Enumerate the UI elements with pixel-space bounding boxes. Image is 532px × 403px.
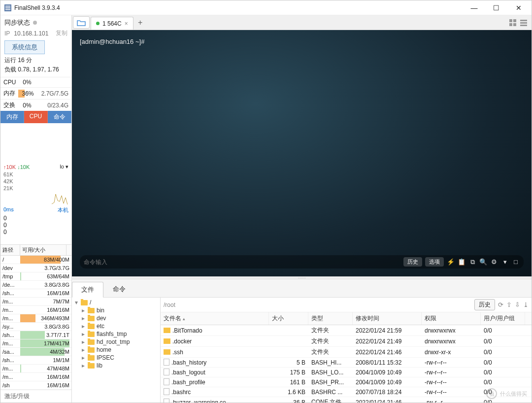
- disk-row[interactable]: /m... 16M/16M: [0, 373, 71, 381]
- net-chart-ticks: 61K42K21K: [0, 171, 71, 192]
- copy-icon[interactable]: ⧉: [468, 258, 476, 266]
- path-input[interactable]: [164, 302, 471, 308]
- file-row[interactable]: .ssh 文件夹 2022/01/24 21:46 drwxr-xr-x 0/0: [161, 347, 532, 358]
- disk-row[interactable]: /sa... 4M/32M: [0, 348, 71, 356]
- cpu-stat-row: CPU 0%: [0, 77, 71, 87]
- net-interface-select[interactable]: lo ▾: [60, 164, 68, 170]
- tree-node[interactable]: ▸home: [72, 346, 160, 354]
- disk-row[interactable]: / 83M/400M: [0, 256, 71, 264]
- mode-tab-command[interactable]: 命令: [48, 111, 71, 123]
- file-row[interactable]: .bashrc 1.6 KB BASHRC ... 2007/07/18 18:…: [161, 387, 532, 397]
- load-label: 负载 0.78, 1.97, 1.76: [4, 65, 67, 74]
- download-icon[interactable]: ⇩: [515, 301, 520, 308]
- disk-table: / 83M/400M /dev 3.7G/3.7G /tmp 63M/64M /…: [0, 256, 71, 390]
- col-type[interactable]: 类型: [308, 312, 353, 325]
- svg-rect-7: [513, 23, 516, 26]
- tree-node-root[interactable]: ▾ /: [72, 299, 160, 306]
- disk-row[interactable]: /sy... 3.8G/3.8G: [0, 323, 71, 331]
- tree-node[interactable]: ▸flashfs_tmp: [72, 330, 160, 338]
- list-view-icon[interactable]: [520, 19, 528, 27]
- tab-file[interactable]: 文件: [72, 282, 103, 298]
- col-perm[interactable]: 权限: [422, 312, 481, 325]
- system-info-button[interactable]: 系统信息: [4, 40, 45, 54]
- copy-button[interactable]: 复制: [56, 29, 67, 37]
- mode-tab-memory[interactable]: 内存: [0, 111, 24, 123]
- add-tab-button[interactable]: +: [133, 15, 147, 30]
- file-row[interactable]: .bash_profile 161 B BASH_PR... 2004/10/0…: [161, 377, 532, 387]
- path-history-button[interactable]: 历史: [474, 299, 495, 310]
- col-owner[interactable]: 用户/用户组: [481, 312, 525, 325]
- file-icon: [164, 388, 169, 395]
- disk-row[interactable]: /sh... 3.7T/7.1T: [0, 331, 71, 339]
- disk-header-path[interactable]: 路径: [0, 245, 20, 255]
- upload-icon[interactable]: ⇧: [506, 301, 512, 308]
- swap-pct: 0%: [18, 102, 36, 109]
- terminal-prompt: [admin@hchuan16 ~]#: [80, 38, 524, 45]
- disk-row[interactable]: /sh... 1M/1M: [0, 356, 71, 365]
- file-row[interactable]: .bash_logout 175 B BASH_LO... 2004/10/09…: [161, 368, 532, 377]
- activate-link[interactable]: 激活/升级: [0, 390, 71, 403]
- file-row[interactable]: .buzzer_warnning.co... 36 B CONF 文件 2022…: [161, 397, 532, 403]
- clipboard-icon[interactable]: 📋: [458, 258, 466, 266]
- sync-label: 同步状态: [4, 18, 30, 27]
- svg-rect-5: [513, 19, 516, 22]
- disk-row[interactable]: /m... 17M/417M: [0, 339, 71, 348]
- disk-row[interactable]: /sh... 16M/16M: [0, 289, 71, 298]
- file-row[interactable]: .bash_history 5 B BASH_HI... 2008/01/11 …: [161, 358, 532, 368]
- mode-tab-cpu[interactable]: CPU: [24, 111, 48, 123]
- file-row[interactable]: .docker 文件夹 2022/01/24 21:49 drwxrwxrwx …: [161, 336, 532, 347]
- tree-node[interactable]: ▸lib: [72, 362, 160, 369]
- options-button[interactable]: 选项: [425, 257, 444, 267]
- disk-row[interactable]: /de... 3.8G/3.8G: [0, 281, 71, 289]
- refresh-icon[interactable]: ⟳: [498, 301, 503, 308]
- terminal[interactable]: [admin@hchuan16 ~]# 历史 选项 ⚡ 📋 ⧉ 🔍 ⚙ ▾ □: [72, 30, 532, 276]
- file-row[interactable]: .BitTornado 文件夹 2022/01/24 21:59 drwxrwx…: [161, 325, 532, 336]
- network-row: ↑10K ↓10K lo ▾: [0, 163, 71, 171]
- download-all-icon[interactable]: ⤓: [523, 301, 529, 308]
- tree-node[interactable]: ▸etc: [72, 322, 160, 330]
- tree-node[interactable]: ▸bin: [72, 306, 160, 314]
- folder-icon: [88, 324, 95, 329]
- maximize-button[interactable]: ☐: [485, 0, 507, 15]
- svg-rect-3: [5, 9, 11, 10]
- memory-stat-row: 内存 36% 2.7G/7.5G: [0, 87, 71, 99]
- disk-row[interactable]: /m... 7M/7M: [0, 298, 71, 306]
- chevron-down-icon[interactable]: ▾: [501, 258, 509, 266]
- close-button[interactable]: ✕: [507, 0, 530, 15]
- bolt-icon[interactable]: ⚡: [447, 258, 455, 266]
- session-tab[interactable]: 1 564C ×: [91, 17, 133, 30]
- tab-command[interactable]: 命令: [103, 281, 135, 297]
- disk-row[interactable]: /sh 16M/16M: [0, 381, 71, 390]
- disk-row[interactable]: /tmp 63M/64M: [0, 272, 71, 281]
- command-input[interactable]: [84, 259, 400, 266]
- net-up-value: 10K: [6, 164, 16, 170]
- disk-header-size[interactable]: 可用/大小: [20, 245, 66, 255]
- grid-view-icon[interactable]: [509, 19, 517, 27]
- disk-row[interactable]: /m... 47M/48M: [0, 365, 71, 373]
- local-link[interactable]: 本机: [58, 206, 68, 214]
- tree-node[interactable]: ▸IPSEC: [72, 354, 160, 362]
- memory-detail: 2.7G/7.5G: [41, 90, 68, 97]
- tree-node[interactable]: ▸dev: [72, 314, 160, 322]
- folder-icon: [88, 355, 95, 361]
- gear-icon[interactable]: ⚙: [490, 258, 498, 266]
- search-icon[interactable]: 🔍: [479, 258, 487, 266]
- mode-tabs: 内存 CPU 命令: [0, 111, 71, 123]
- folder-icon: [81, 300, 88, 305]
- minimize-button[interactable]: —: [463, 0, 485, 15]
- disk-row[interactable]: /dev 3.7G/3.7G: [0, 264, 71, 272]
- folder-icon: [88, 308, 95, 313]
- disk-row[interactable]: /m... 346M/493M: [0, 314, 71, 323]
- tree-node[interactable]: ▸hd_root_tmp: [72, 338, 160, 346]
- col-mtime[interactable]: 修改时间: [353, 312, 422, 325]
- history-button[interactable]: 历史: [403, 257, 422, 267]
- folder-icon: [88, 316, 95, 321]
- close-tab-button[interactable]: ×: [125, 20, 128, 27]
- disk-row[interactable]: /m... 16M/16M: [0, 306, 71, 314]
- col-name[interactable]: 文件名: [161, 312, 269, 325]
- col-size[interactable]: 大小: [269, 312, 308, 325]
- open-session-button[interactable]: [73, 16, 90, 29]
- bottom-panel: 文件 命令 ▾ / ▸bin ▸dev ▸etc ▸flashfs_tmp ▸h…: [72, 279, 532, 403]
- svg-rect-2: [5, 7, 11, 8]
- fullscreen-icon[interactable]: □: [512, 258, 520, 266]
